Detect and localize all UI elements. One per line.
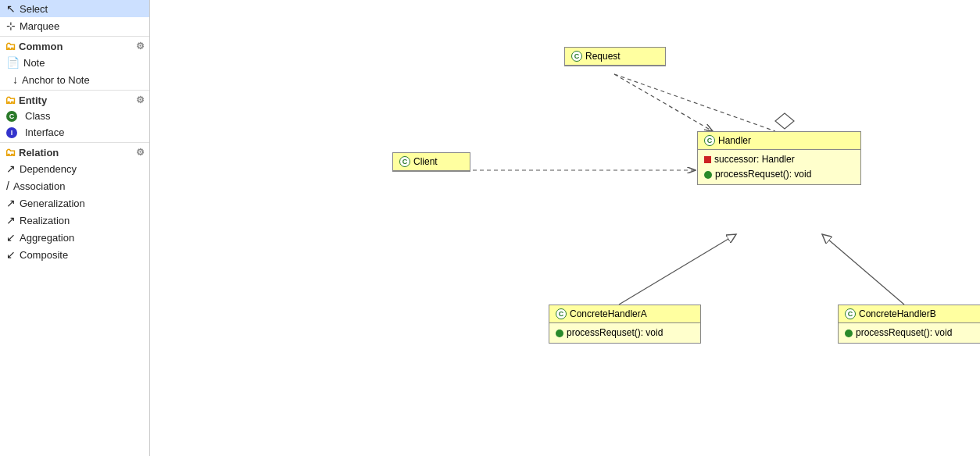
sidebar-item-generalization[interactable]: ↗ Generalization: [0, 194, 149, 212]
uml-body-concretehandlera: processRequset(): void: [549, 323, 700, 343]
svg-marker-5: [775, 113, 794, 129]
svg-line-3: [614, 74, 713, 131]
green-circle-icon-b: [845, 330, 853, 337]
sidebar-item-composite[interactable]: ↙ Composite: [0, 246, 149, 263]
class-icon-request: C: [571, 51, 582, 62]
green-circle-icon: [704, 171, 712, 179]
attr-process-a: processRequset(): void: [556, 326, 694, 340]
gear-icon-relation[interactable]: ⚙: [136, 147, 145, 158]
uml-box-client[interactable]: C Client: [392, 152, 470, 172]
attr-process-b: processRequset(): void: [845, 326, 980, 340]
green-circle-icon-a: [556, 330, 563, 337]
sidebar-item-association[interactable]: / Association: [0, 177, 149, 194]
section-relation: 🗂 Relation ⚙: [0, 142, 149, 160]
gear-icon-common[interactable]: ⚙: [136, 41, 145, 52]
sidebar-item-interface[interactable]: I Interface: [0, 124, 149, 141]
uml-box-handler[interactable]: C Handler successor: Handler processRequ…: [697, 131, 861, 185]
attr-processrequest: processRequset(): void: [704, 167, 854, 182]
folder-icon-relation: 🗂: [5, 146, 16, 159]
sidebar-item-aggregation[interactable]: ↙ Aggregation: [0, 229, 149, 246]
realization-icon: ↗: [6, 214, 16, 226]
sidebar-item-realization[interactable]: ↗ Realization: [0, 212, 149, 229]
uml-title-handler: C Handler: [698, 132, 860, 150]
diagram-svg: [150, 0, 980, 456]
marquee-icon: ⊹: [6, 20, 16, 32]
attr-successor: successor: Handler: [704, 152, 854, 167]
red-square-icon: [704, 156, 711, 163]
diagram-canvas[interactable]: C Request C Client C Handler successor: …: [150, 0, 980, 456]
svg-line-7: [822, 234, 904, 305]
anchor-icon: ↓: [13, 73, 18, 86]
folder-icon-entity: 🗂: [5, 94, 16, 106]
uml-box-request[interactable]: C Request: [564, 47, 666, 66]
uml-title-request: C Request: [565, 48, 665, 66]
sidebar-item-class[interactable]: C Class: [0, 108, 149, 124]
composite-icon: ↙: [6, 248, 16, 261]
aggregation-icon: ↙: [6, 231, 16, 244]
sidebar: ↖ Select ⊹ Marquee 🗂 Common ⚙ 📄 Note ↓ A…: [0, 0, 150, 456]
sidebar-item-anchor[interactable]: ↓ Anchor to Note: [0, 71, 149, 88]
section-common: 🗂 Common ⚙: [0, 36, 149, 54]
uml-title-concretehandlera: C ConcreteHandlerA: [549, 305, 700, 323]
dependency-icon: ↗: [6, 162, 16, 175]
folder-icon-common: 🗂: [5, 40, 16, 52]
uml-body-handler: successor: Handler processRequset(): voi…: [698, 150, 860, 184]
uml-title-concretehandlerb: C ConcreteHandlerB: [839, 305, 980, 323]
gear-icon-entity[interactable]: ⚙: [136, 94, 145, 105]
select-icon: ↖: [6, 2, 16, 15]
sidebar-item-note[interactable]: 📄 Note: [0, 54, 149, 71]
note-icon: 📄: [6, 56, 20, 69]
class-icon-handler: C: [704, 135, 715, 146]
uml-title-client: C Client: [393, 153, 470, 171]
uml-box-concretehandlerb[interactable]: C ConcreteHandlerB processRequset(): voi…: [838, 305, 980, 344]
tool-marquee[interactable]: ⊹ Marquee: [0, 17, 149, 34]
tool-select[interactable]: ↖ Select: [0, 0, 149, 17]
class-icon-concretehandlera: C: [556, 308, 567, 319]
generalization-icon: ↗: [6, 197, 16, 209]
class-icon-client: C: [399, 156, 410, 167]
svg-line-4: [614, 74, 775, 131]
svg-line-6: [619, 234, 736, 305]
uml-box-concretehandlera[interactable]: C ConcreteHandlerA processRequset(): voi…: [549, 305, 701, 344]
uml-body-concretehandlerb: processRequset(): void: [839, 323, 980, 343]
class-icon-concretehandlerb: C: [845, 308, 856, 319]
association-icon: /: [6, 180, 9, 192]
sidebar-item-dependency[interactable]: ↗ Dependency: [0, 160, 149, 177]
section-entity: 🗂 Entity ⚙: [0, 90, 149, 108]
